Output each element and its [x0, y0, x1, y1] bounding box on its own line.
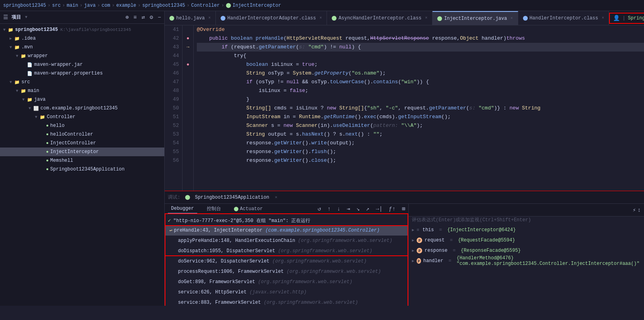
debug-btn-eval[interactable]: ƒ↑ [389, 206, 396, 212]
sidebar-item-inject-controller[interactable]: ▶ ● InjectController [0, 139, 164, 148]
stack-frame-2[interactable]: applyPreHandle:148, HandlerExecutionChai… [165, 236, 408, 246]
sidebar-item-package[interactable]: ▼ ⬜ com.example.springboot12345 [0, 104, 164, 113]
stack-frame-8[interactable]: service:883, FrameworkServlet (org.sprin… [165, 297, 408, 306]
tab-close-async[interactable]: × [425, 16, 427, 20]
tab-async-handler[interactable]: AsyncHandlerInterceptor.class × [327, 11, 433, 25]
code-line-50: String[] cmds = isLinux ? new String[] {… [197, 104, 644, 113]
sidebar-item-memshell-label: Memshell [50, 158, 73, 163]
debug-btn-down[interactable]: ↓ [337, 206, 340, 212]
debugger-tab[interactable]: Debugger [168, 204, 197, 214]
breakpoint-42[interactable]: ● [186, 36, 189, 41]
sidebar-dropdown-icon[interactable]: ▼ [25, 15, 27, 19]
sidebar-toolbar-icon1[interactable]: ⊕ [125, 14, 129, 21]
sidebar-item-hello-controller[interactable]: ▶ ● helloController [0, 130, 164, 139]
watch-item-response[interactable]: ▶ p response = {ResponseFacade@5595} [409, 245, 644, 256]
actuator-icon: ⬤ [234, 206, 238, 211]
debug-btn-step-over[interactable]: ⇥ [347, 205, 350, 212]
breakpoint-45[interactable]: ● [186, 62, 189, 67]
tab-close-adapter[interactable]: × [319, 16, 322, 20]
tab-inject-interceptor[interactable]: InjectInterceptor.java × [433, 11, 518, 25]
sidebar-item-maven-jar-label: maven-wrapper.jar [34, 62, 83, 67]
sidebar-item-src[interactable]: ▼ 📁 src [0, 78, 164, 86]
tab-close-handler[interactable]: × [602, 16, 604, 20]
sidebar-item-inject-interceptor[interactable]: ▶ ● InjectInterceptor [0, 148, 164, 156]
sidebar-toolbar-icon4[interactable]: ⚙ [150, 14, 153, 21]
breadcrumb: springboot12345 › src › main › java › co… [0, 0, 644, 11]
stack-frame-6[interactable]: doGet:898, FrameworkServlet (org.springf… [165, 277, 408, 287]
code-line-42: public boolean preHandle ( HttpServletRe… [197, 34, 644, 43]
debug-btn-up[interactable]: ↑ [327, 206, 331, 212]
sidebar-item-main-label: main [28, 88, 39, 94]
code-line-53: String output = s. hasNext () ? s. next … [197, 130, 644, 139]
sidebar-item-memshell[interactable]: ▶ ● Memshell [0, 156, 164, 165]
sidebar-item-wrapper[interactable]: ▼ 📁 wrapper [0, 52, 164, 60]
debug-btn-run-cursor[interactable]: →| [376, 206, 383, 212]
breadcrumb-item[interactable]: ⬤ [226, 2, 231, 8]
breadcrumb-item[interactable]: springboot12345 [142, 3, 185, 8]
breadcrumb-item[interactable]: InjectInterceptor [233, 3, 281, 8]
watch-expand-icon[interactable]: ↕ [638, 207, 641, 213]
watch-item-request[interactable]: ▶ p request = {RequestFacade@5594} [409, 235, 644, 245]
sidebar-item-hello-controller-label: helloController [50, 132, 93, 137]
watch-hint: 评估表达式(Enter)或添加监视(Ctrl+Shift+Enter) [409, 217, 644, 223]
sidebar-item-wrapper-label: wrapper [28, 53, 48, 59]
tab-hello-java[interactable]: hello.java × [165, 11, 216, 25]
tab-close-inject[interactable]: × [511, 16, 513, 21]
breadcrumb-item[interactable]: src [52, 3, 61, 8]
debug-session-close[interactable]: × [275, 195, 277, 200]
sidebar-item-controller-folder[interactable]: ▼ 📁 Controller [0, 113, 164, 121]
tab-close-hello[interactable]: × [208, 16, 211, 20]
stack-frame-4[interactable]: doService:962, DispatcherServlet (org.sp… [165, 256, 408, 266]
breadcrumb-item[interactable]: java [84, 3, 96, 8]
debug-app-name: Springboot12345Application [195, 195, 269, 200]
breadcrumb-item[interactable]: Controller [191, 3, 220, 8]
code-line-49: } [197, 95, 644, 104]
debug-btn-step-out[interactable]: ↗ [366, 205, 369, 212]
sidebar-toolbar-icon3[interactable]: ⇄ [142, 14, 145, 21]
sidebar-item-springboot-app[interactable]: ▶ ● Springboot12345Application [0, 165, 164, 174]
watch-item-this[interactable]: ▶ ≡ this = {InjectInterceptor@6424} [409, 225, 644, 235]
sidebar-item-java[interactable]: ▼ 📁 java [0, 95, 164, 104]
sidebar-item-hello[interactable]: ▶ ● hello [0, 121, 164, 130]
sidebar-item-maven-jar[interactable]: ▶ 📄 maven-wrapper.jar [0, 60, 164, 69]
sidebar-root[interactable]: ▼ 📁 springboot12345 K:\javafile\springbo… [0, 25, 164, 34]
tab-label-adapter: HandlerInterceptorAdapter.class [227, 15, 316, 21]
sidebar-item-main[interactable]: ▼ 📁 main [0, 86, 164, 95]
stack-frame-3[interactable]: doDispatch:1055, DispatcherServlet (org.… [165, 246, 408, 256]
debug-layout: Debugger 控制台 ⬤ Actuator ↺ ↑ ↓ ⇥ [165, 204, 644, 306]
sidebar-toolbar-icon5[interactable]: − [158, 14, 161, 21]
code-content[interactable]: @Override public boolean preHandle ( Htt… [194, 25, 644, 191]
tab-label-async: AsyncHandlerInterceptor.class [338, 15, 421, 21]
watch-item-handler[interactable]: ▶ p handler = {HandlerMethod@6476} "com.… [409, 256, 644, 266]
breadcrumb-item[interactable]: com [102, 3, 110, 8]
sidebar-item-package-label: com.example.springboot12345 [40, 105, 117, 111]
debug-app-icon: ⬤ [185, 194, 190, 200]
debug-session-label: 调试: [168, 194, 180, 201]
debug-btn-restart[interactable]: ↺ [317, 205, 321, 212]
code-line-46: String osTyp = System . getProperty ( "o… [197, 69, 644, 78]
actuator-tab[interactable]: ⬤ Actuator [231, 205, 266, 213]
thread-running: ✓ "http-nio-7777-exec-2"@5,350 在组 "main"… [165, 216, 408, 225]
console-tab[interactable]: 控制台 [204, 204, 224, 214]
code-editor[interactable]: 41 42 43 44 45 46 47 48 49 50 51 52 53 5… [165, 25, 644, 191]
debug-arrow-43: → [186, 44, 189, 50]
debug-btn-grid[interactable]: ⊞ [402, 205, 405, 212]
sidebar-item-mvn[interactable]: ▼ 📁 .mvn [0, 43, 164, 52]
breadcrumb-item[interactable]: example [116, 3, 136, 8]
tab-bar: hello.java × HandlerInterceptorAdapter.c… [165, 11, 644, 25]
tab-icon-inject [437, 16, 442, 21]
tab-handler-interceptor-adapter[interactable]: HandlerInterceptorAdapter.class × [216, 11, 327, 25]
debugger-left-panel: Debugger 控制台 ⬤ Actuator ↺ ↑ ↓ ⇥ [165, 204, 409, 306]
breadcrumb-item[interactable]: springboot12345 [3, 3, 46, 8]
sidebar-item-maven-props[interactable]: ▶ 📄 maven-wrapper.properties [0, 69, 164, 78]
stack-frame-1[interactable]: ↩ preHandle:43, InjectInterceptor (com.e… [165, 225, 408, 236]
tab-handler-interceptor[interactable]: HandlerInterceptor.class × [518, 11, 609, 25]
sidebar-toolbar-icon2[interactable]: ≡ [133, 14, 136, 21]
app-window: springboot12345 › src › main › java › co… [0, 0, 644, 320]
watch-filter-icon[interactable]: ⚡ [632, 207, 636, 213]
stack-frame-7[interactable]: service:626, HttpServlet (javax.servlet.… [165, 287, 408, 297]
sidebar-item-idea[interactable]: ▶ 📁 .idea [0, 34, 164, 43]
breadcrumb-item[interactable]: main [67, 3, 78, 8]
debug-btn-step-in[interactable]: ↘ [356, 205, 359, 212]
stack-frame-5[interactable]: processRequest:1006, FrameworkServlet (o… [165, 266, 408, 277]
